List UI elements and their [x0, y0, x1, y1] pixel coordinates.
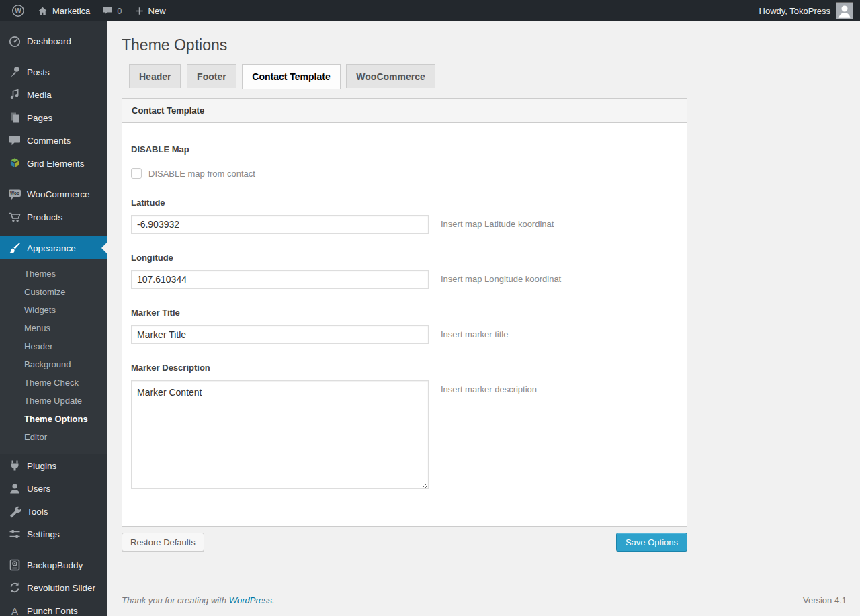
refresh-arrows-icon	[8, 581, 22, 595]
sidebar-label: Punch Fonts	[27, 606, 78, 616]
longitude-label: Longitude	[131, 253, 677, 263]
dashboard-gauge-icon	[8, 34, 22, 48]
disable-map-checkbox-label[interactable]: DISABLE map from contact	[148, 169, 255, 179]
site-menu-item[interactable]: Marketica	[31, 0, 96, 21]
sidebar-item-pages[interactable]: Pages	[0, 106, 108, 129]
tab-contact-template[interactable]: Contact Template	[242, 64, 340, 89]
main-content: Theme Options Header Footer Contact Temp…	[108, 21, 860, 616]
sidebar-item-grid-elements[interactable]: Grid Elements	[0, 152, 108, 175]
wordpress-link[interactable]: WordPress	[229, 595, 272, 605]
sidebar-item-comments[interactable]: Comments	[0, 129, 108, 152]
appearance-submenu: Themes Customize Widgets Menus Header Ba…	[0, 259, 108, 454]
sidebar-item-revolution-slider[interactable]: Revolution Slider	[0, 576, 108, 599]
footer-thanks-text: Thank you for creating with	[122, 595, 229, 605]
svg-text:Woo: Woo	[10, 191, 19, 195]
new-content-item[interactable]: New	[128, 0, 172, 21]
tab-bar: Header Footer Contact Template WooCommer…	[122, 64, 847, 89]
admin-footer: Thank you for creating with WordPress. V…	[122, 595, 847, 616]
paintbrush-icon	[8, 241, 22, 255]
disable-map-label: DISABLE Map	[131, 144, 677, 155]
sidebar-label: Media	[27, 90, 52, 100]
user-icon	[8, 482, 22, 495]
submenu-background[interactable]: Background	[0, 355, 108, 373]
sidebar-item-settings[interactable]: Settings	[0, 523, 108, 545]
submenu-themes[interactable]: Themes	[0, 265, 108, 283]
sidebar-label: Settings	[27, 529, 60, 539]
svg-text:A: A	[11, 605, 18, 616]
submenu-theme-options[interactable]: Theme Options	[0, 410, 108, 428]
disable-map-checkbox[interactable]	[131, 168, 142, 179]
sidebar-item-products[interactable]: Products	[0, 206, 108, 228]
longitude-input[interactable]	[131, 270, 429, 289]
pushpin-icon	[8, 65, 22, 79]
svg-text:W: W	[15, 7, 22, 15]
admin-bar: W Marketica 0 New Howdy, TokoPress	[0, 0, 860, 21]
comment-count: 0	[117, 6, 122, 16]
panel-title: Contact Template	[122, 99, 687, 123]
cart-icon	[8, 210, 22, 224]
sidebar-item-users[interactable]: Users	[0, 477, 108, 500]
letter-a-icon: A	[8, 604, 22, 616]
submenu-menus[interactable]: Menus	[0, 319, 108, 337]
contact-template-panel: Contact Template DISABLE Map DISABLE map…	[122, 98, 687, 527]
marker-title-label: Marker Title	[131, 308, 677, 318]
sidebar-item-plugins[interactable]: Plugins	[0, 454, 108, 477]
restore-defaults-button[interactable]: Restore Defaults	[122, 533, 204, 552]
sidebar-item-backupbuddy[interactable]: BackupBuddy	[0, 554, 108, 576]
sidebar-label: Comments	[27, 136, 71, 146]
woo-bubble-icon: Woo	[8, 187, 22, 201]
pages-stack-icon	[8, 111, 22, 124]
sidebar-item-media[interactable]: Media	[0, 83, 108, 106]
submenu-customize[interactable]: Customize	[0, 283, 108, 301]
sidebar-label: Grid Elements	[27, 159, 85, 169]
wrench-icon	[8, 504, 22, 518]
sidebar-label: WooCommerce	[27, 189, 90, 200]
sidebar-item-punch-fonts[interactable]: A Punch Fonts	[0, 599, 108, 616]
sidebar-item-appearance[interactable]: Appearance	[0, 236, 108, 259]
new-label: New	[148, 6, 166, 16]
sidebar-item-dashboard[interactable]: Dashboard	[0, 30, 108, 52]
marker-title-hint: Insert marker title	[441, 325, 508, 339]
sidebar-item-woocommerce[interactable]: Woo WooCommerce	[0, 183, 108, 206]
latitude-input[interactable]	[131, 215, 429, 234]
latitude-hint: Insert map Latitude koordinat	[441, 215, 554, 229]
longitude-hint: Insert map Longitude koordinat	[441, 270, 561, 284]
sidebar-label: Posts	[27, 67, 50, 77]
submenu-header[interactable]: Header	[0, 337, 108, 355]
submenu-widgets[interactable]: Widgets	[0, 301, 108, 319]
sidebar-item-tools[interactable]: Tools	[0, 500, 108, 523]
sidebar-item-posts[interactable]: Posts	[0, 60, 108, 83]
save-options-button[interactable]: Save Options	[616, 533, 687, 552]
sidebar-label: Tools	[27, 507, 48, 517]
avatar[interactable]	[836, 2, 853, 19]
howdy-account-link[interactable]: Howdy, TokoPress	[759, 6, 830, 16]
admin-sidebar: Dashboard Posts Media Pages Commen	[0, 21, 108, 616]
sidebar-label: Users	[27, 484, 50, 494]
sidebar-label: BackupBuddy	[27, 560, 83, 570]
tab-footer[interactable]: Footer	[187, 64, 236, 88]
footer-thanks-period: .	[272, 595, 275, 605]
plus-icon	[134, 6, 144, 16]
grid-cube-icon	[8, 157, 22, 170]
latitude-label: Latitude	[131, 197, 677, 208]
form-actions: Restore Defaults Save Options	[122, 533, 687, 552]
submenu-theme-check[interactable]: Theme Check	[0, 373, 108, 392]
sidebar-label: Pages	[27, 113, 52, 123]
home-icon	[37, 5, 48, 17]
sidebar-label: Plugins	[27, 461, 56, 471]
wordpress-logo-icon[interactable]: W	[5, 0, 31, 21]
submenu-editor[interactable]: Editor	[0, 428, 108, 446]
tab-woocommerce[interactable]: WooCommerce	[346, 64, 435, 88]
sidebar-label: Appearance	[27, 243, 76, 253]
page-title: Theme Options	[122, 21, 847, 55]
marker-description-textarea[interactable]: Marker Content	[131, 380, 429, 489]
submenu-theme-update[interactable]: Theme Update	[0, 392, 108, 410]
comment-bubble-icon	[102, 5, 113, 16]
tab-header[interactable]: Header	[129, 64, 181, 88]
marker-description-label: Marker Description	[131, 363, 677, 373]
footer-thanks: Thank you for creating with WordPress.	[122, 595, 275, 605]
comments-bubble-item[interactable]: 0	[96, 0, 128, 21]
sidebar-label: Dashboard	[27, 36, 71, 46]
music-notes-icon	[8, 88, 22, 101]
marker-title-input[interactable]	[131, 325, 429, 344]
